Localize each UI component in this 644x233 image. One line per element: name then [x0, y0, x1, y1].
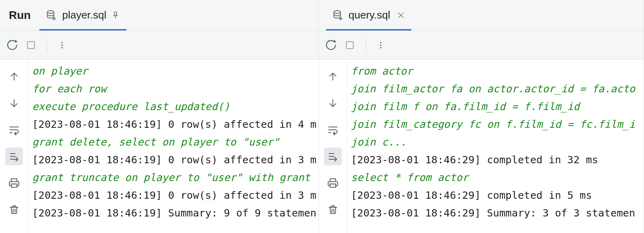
print-icon[interactable] [5, 174, 23, 192]
console-sql-line: grant delete, select on player to "user" [32, 133, 317, 151]
svg-point-2 [61, 42, 62, 43]
sql-file-icon [46, 10, 57, 21]
console-sql-line: select * from actor [351, 169, 642, 186]
previous-entry-icon[interactable] [5, 68, 23, 85]
tabbar-right: query.sql [319, 0, 644, 31]
toolbar-right [319, 31, 644, 60]
rerun-button[interactable] [6, 39, 18, 51]
gutter-right [319, 60, 347, 233]
print-icon[interactable] [324, 174, 342, 192]
console-sql-line: execute procedure last_updated() [32, 98, 317, 115]
pin-icon[interactable] [111, 11, 120, 20]
console-body-left: on playerfor each rowexecute procedure l… [0, 60, 318, 233]
svg-rect-1 [27, 42, 34, 48]
stop-button[interactable] [345, 40, 355, 50]
clear-all-icon[interactable] [324, 201, 342, 218]
console-sql-line: from actor [351, 62, 642, 80]
scroll-to-end-icon[interactable] [5, 148, 23, 165]
console-output-left[interactable]: on playerfor each rowexecute procedure l… [28, 60, 318, 233]
next-entry-icon[interactable] [324, 94, 342, 112]
console-sql-line: for each row [32, 80, 317, 98]
run-pane-right: query.sql [319, 0, 644, 233]
svg-point-4 [61, 47, 62, 48]
svg-point-3 [61, 44, 62, 46]
console-message-line: [2023-08-01 18:46:29] completed in 5 ms [351, 186, 642, 204]
console-message-line: [2023-08-01 18:46:19] 0 row(s) affected … [32, 186, 317, 204]
run-toolwindow-label[interactable]: Run [5, 9, 39, 22]
rerun-button[interactable] [324, 39, 336, 51]
console-sql-line: join film_actor fa on actor.actor_id = f… [351, 80, 642, 98]
console-message-line: [2023-08-01 18:46:19] 0 row(s) affected … [32, 115, 317, 133]
console-body-right: from actorjoin film_actor fa on actor.ac… [319, 60, 644, 233]
toolbar-separator [365, 38, 366, 52]
next-entry-icon[interactable] [5, 94, 23, 112]
gutter-left [0, 60, 28, 233]
console-message-line: [2023-08-01 18:46:29] Summary: 3 of 3 st… [351, 204, 642, 222]
svg-rect-6 [346, 42, 353, 48]
svg-point-8 [380, 44, 381, 46]
tab-query-sql[interactable]: query.sql [326, 0, 411, 30]
svg-point-7 [380, 42, 381, 43]
stop-button[interactable] [26, 40, 36, 50]
clear-all-icon[interactable] [5, 201, 23, 218]
soft-wrap-icon[interactable] [5, 121, 23, 139]
scroll-to-end-icon[interactable] [324, 148, 342, 165]
tabbar-left: Run player.sql [0, 0, 318, 31]
console-sql-line: join film f on fa.film_id = f.film_id [351, 98, 642, 115]
svg-point-5 [334, 10, 341, 13]
console-sql-line: join c... [351, 133, 642, 151]
more-options-icon[interactable] [58, 41, 66, 50]
console-message-line: [2023-08-01 18:46:19] Summary: 9 of 9 st… [32, 204, 317, 222]
svg-point-0 [47, 10, 54, 13]
tab-filename: player.sql [62, 9, 106, 21]
console-message-line: [2023-08-01 18:46:19] 0 row(s) affected … [32, 151, 317, 169]
console-sql-line: join film_category fc on f.film_id = fc.… [351, 115, 642, 133]
console-sql-line: grant truncate on player to "user" with … [32, 169, 317, 186]
sql-file-icon [332, 10, 344, 21]
previous-entry-icon[interactable] [324, 68, 342, 85]
console-output-right[interactable]: from actorjoin film_actor fa on actor.ac… [347, 60, 644, 233]
toolbar-left [0, 31, 318, 60]
more-options-icon[interactable] [376, 41, 385, 50]
console-message-line: [2023-08-01 18:46:29] completed in 32 ms [351, 151, 642, 169]
svg-point-9 [380, 47, 381, 48]
toolbar-separator [47, 38, 47, 52]
tab-player-sql[interactable]: player.sql [39, 0, 126, 30]
tab-filename: query.sql [349, 9, 390, 21]
close-tab-icon[interactable] [397, 11, 405, 19]
soft-wrap-icon[interactable] [324, 121, 342, 139]
run-pane-left: Run player.sql [0, 0, 319, 233]
console-sql-line: on player [32, 62, 317, 80]
